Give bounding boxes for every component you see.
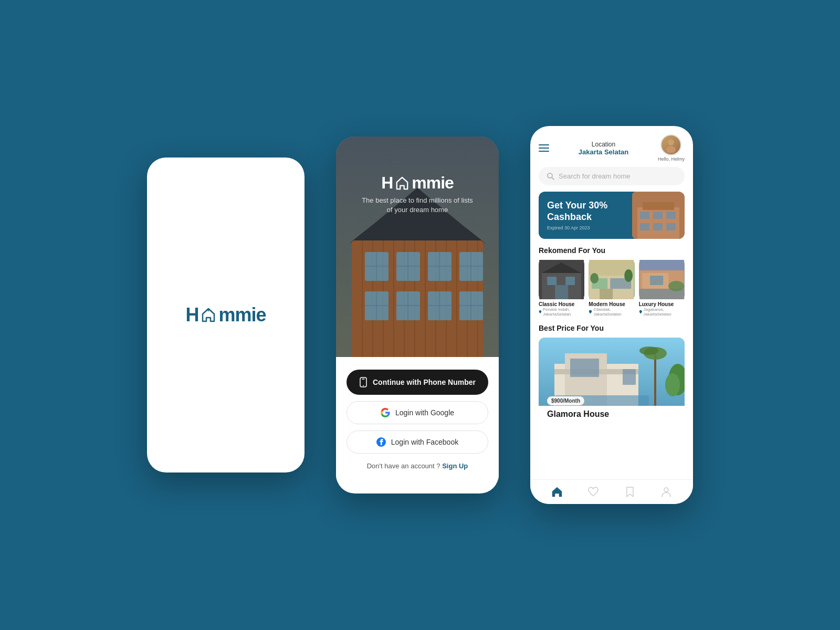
svg-rect-56 <box>653 223 663 230</box>
cashback-building-image <box>632 192 685 239</box>
home-scroll[interactable]: Get Your 30%Cashback Expired 30 Apr 2023 <box>530 192 693 479</box>
svg-rect-54 <box>666 212 676 219</box>
best-price-name: Glamora House <box>547 405 676 419</box>
hamburger-line <box>539 144 549 145</box>
heart-nav-icon <box>587 486 599 498</box>
signup-prompt: Don't have an account ? Sign Up <box>346 462 488 470</box>
best-price-card[interactable]: $900/Month Glamora House <box>539 338 685 419</box>
search-bar[interactable]: Search for dream home <box>539 167 685 185</box>
facebook-icon <box>376 437 386 447</box>
luxury-house-image <box>639 260 685 299</box>
home-header: Location Jakarta Selatan Hello, Helmy <box>530 126 693 167</box>
modern-house-location: Cilandak, JakartaSelatan <box>589 307 634 317</box>
login-screen: H mmie The best place to find millions o… <box>336 136 499 494</box>
login-logo-text: H <box>381 173 393 193</box>
house-icon <box>201 308 216 322</box>
phone-icon <box>359 377 368 387</box>
cashback-title: Get Your 30%Cashback <box>547 200 607 223</box>
login-logo-text2: mmie <box>412 173 454 193</box>
search-icon <box>547 173 554 180</box>
svg-rect-51 <box>643 202 674 210</box>
recommend-card-3[interactable]: Luxury House Jagakarsa, JakartaSelatan <box>639 260 685 317</box>
logo-text-left: H <box>185 304 198 326</box>
hamburger-line <box>539 148 549 149</box>
nav-home[interactable] <box>551 486 563 498</box>
nav-profile[interactable] <box>660 486 672 498</box>
nav-favorites[interactable] <box>587 486 599 498</box>
svg-point-45 <box>668 139 674 145</box>
location-value[interactable]: Jakarta Selatan <box>579 148 628 156</box>
svg-rect-53 <box>653 212 663 219</box>
svg-point-88 <box>665 373 680 396</box>
svg-point-70 <box>624 269 633 282</box>
recommend-section-title: Rekomend For You <box>530 246 693 260</box>
location-section: Location Jakarta Selatan <box>579 141 628 156</box>
svg-line-48 <box>552 177 554 180</box>
search-placeholder: Search for dream home <box>559 172 631 180</box>
location-pin-icon3 <box>639 310 643 314</box>
hamburger-button[interactable] <box>539 144 549 152</box>
google-icon <box>381 408 390 417</box>
login-logo: H mmie The best place to find millions o… <box>362 173 473 215</box>
google-login-button[interactable]: Login with Google <box>346 401 488 424</box>
svg-point-76 <box>668 281 684 291</box>
building-svg <box>336 136 499 357</box>
svg-point-46 <box>666 146 676 153</box>
svg-point-42 <box>363 385 364 386</box>
svg-rect-68 <box>600 289 613 299</box>
home-screen: Location Jakarta Selatan Hello, Helmy <box>530 126 693 504</box>
classic-house-location: Pondok Indah, JakartaSelatan <box>539 307 584 317</box>
facebook-login-button[interactable]: Login with Facebook <box>346 430 488 454</box>
svg-point-89 <box>664 488 668 492</box>
login-house-icon <box>395 176 410 190</box>
login-hero: H mmie The best place to find millions o… <box>336 136 499 357</box>
location-pin-icon2 <box>589 310 592 314</box>
svg-rect-62 <box>565 277 575 285</box>
screens-container: H mmie <box>126 105 714 525</box>
cashback-text: Get Your 30%Cashback Expired 30 Apr 2023 <box>547 200 607 230</box>
price-badge: $900/Month <box>547 396 584 405</box>
svg-point-86 <box>639 346 658 355</box>
classic-house-image <box>539 260 584 299</box>
best-price-section-title: Best Price For You <box>530 324 693 338</box>
location-label: Location <box>579 141 628 148</box>
avatar[interactable] <box>660 134 681 155</box>
logo-text-right: mmie <box>218 304 266 326</box>
avatar-label: Hello, Helmy <box>658 156 685 162</box>
splash-logo: H mmie <box>185 304 266 326</box>
cashback-img-svg <box>632 192 685 239</box>
recommend-grid: Classic House Pondok Indah, JakartaSelat… <box>530 260 693 324</box>
modern-house-name: Modern House <box>589 301 634 307</box>
cashback-banner[interactable]: Get Your 30%Cashback Expired 30 Apr 2023 <box>539 192 685 239</box>
recommend-card-1[interactable]: Classic House Pondok Indah, JakartaSelat… <box>539 260 584 317</box>
bottom-nav <box>530 479 693 504</box>
splash-screen: H mmie <box>147 158 304 472</box>
luxury-house-name: Luxury House <box>639 301 685 307</box>
svg-rect-63 <box>555 285 568 299</box>
user-nav-icon <box>660 486 672 498</box>
phone-login-button[interactable]: Continue with Phone Number <box>346 370 488 395</box>
location-pin-icon <box>539 310 542 314</box>
nav-saved[interactable] <box>624 486 636 498</box>
svg-rect-75 <box>650 276 663 285</box>
luxury-house-svg <box>639 260 685 299</box>
user-avatar-section[interactable]: Hello, Helmy <box>658 134 685 162</box>
signup-link[interactable]: Sign Up <box>442 462 468 470</box>
classic-house-svg <box>539 260 584 299</box>
recommend-card-2[interactable]: Modern House Cilandak, JakartaSelatan <box>589 260 634 317</box>
login-tagline: The best place to find millions of lists… <box>362 196 473 215</box>
login-form: Continue with Phone Number Login with Go… <box>336 357 499 480</box>
svg-point-69 <box>590 273 598 284</box>
home-nav-icon <box>551 486 563 498</box>
hamburger-line <box>539 151 549 152</box>
modern-house-svg <box>589 260 634 299</box>
svg-rect-82 <box>623 369 636 385</box>
luxury-house-location: Jagakarsa, JakartaSelatan <box>639 307 685 317</box>
avatar-svg <box>663 137 679 153</box>
svg-rect-81 <box>570 359 599 377</box>
bookmark-nav-icon <box>624 486 636 498</box>
classic-house-name: Classic House <box>539 301 584 307</box>
cashback-date: Expired 30 Apr 2023 <box>547 225 607 230</box>
svg-rect-55 <box>640 223 649 230</box>
svg-rect-61 <box>547 277 556 285</box>
